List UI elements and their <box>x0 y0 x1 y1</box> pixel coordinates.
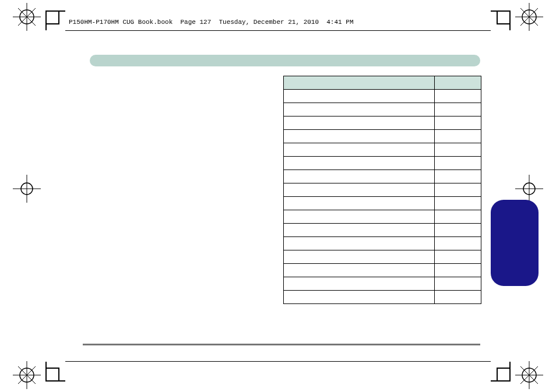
svg-point-20 <box>21 183 33 195</box>
crop-rule <box>65 30 491 31</box>
table-row <box>284 130 481 143</box>
table-cell <box>434 157 481 170</box>
svg-line-4 <box>18 8 36 26</box>
table-cell <box>284 264 435 277</box>
table-cell <box>284 250 435 264</box>
table-cell <box>434 143 481 157</box>
table-header-cell <box>434 76 481 90</box>
table-row <box>284 157 481 170</box>
table-cell <box>434 183 481 197</box>
specification-table <box>283 76 481 304</box>
table-cell <box>434 130 481 143</box>
table-cell <box>434 237 481 250</box>
table-cell <box>284 90 435 103</box>
svg-point-23 <box>523 183 535 195</box>
svg-line-18 <box>520 366 538 384</box>
table-row <box>284 237 481 250</box>
table-cell <box>434 103 481 116</box>
table-row <box>284 277 481 291</box>
table-cell <box>434 116 481 130</box>
table-cell <box>284 277 435 291</box>
table-cell <box>434 291 481 304</box>
registration-mark-icon <box>515 361 543 389</box>
table-row <box>284 264 481 277</box>
svg-line-14 <box>18 366 36 384</box>
table-cell <box>434 264 481 277</box>
table-row <box>284 210 481 224</box>
table-cell <box>434 90 481 103</box>
svg-point-10 <box>20 368 34 382</box>
table-cell <box>434 170 481 183</box>
registration-mark-icon <box>13 3 41 31</box>
registration-mark-icon <box>13 175 41 203</box>
svg-point-0 <box>20 10 34 24</box>
table-cell <box>434 197 481 210</box>
crop-corner-icon <box>45 362 65 382</box>
table-cell <box>434 210 481 224</box>
svg-line-13 <box>18 366 36 384</box>
chapter-tab <box>491 200 539 286</box>
table-cell <box>284 291 435 304</box>
table-cell <box>284 197 435 210</box>
table-row <box>284 143 481 157</box>
table-row <box>284 103 481 116</box>
table-cell <box>434 250 481 264</box>
svg-line-8 <box>520 8 538 26</box>
crop-rule <box>65 361 491 362</box>
table-cell <box>284 143 435 157</box>
svg-line-19 <box>520 366 538 384</box>
svg-point-15 <box>522 368 536 382</box>
svg-line-9 <box>520 8 538 26</box>
table-cell <box>284 116 435 130</box>
table-cell <box>284 157 435 170</box>
table-row <box>284 90 481 103</box>
svg-point-5 <box>522 10 536 24</box>
table-cell <box>284 170 435 183</box>
table-header-row <box>284 76 481 90</box>
table-row <box>284 224 481 237</box>
crop-corner-icon <box>45 10 65 30</box>
page-header-text: P150HM-P170HM CUG Book.book Page 127 Tue… <box>69 19 353 26</box>
svg-line-3 <box>18 8 36 26</box>
table-cell <box>284 237 435 250</box>
table-row <box>284 250 481 264</box>
table-row <box>284 197 481 210</box>
table-cell <box>284 210 435 224</box>
registration-mark-icon <box>515 3 543 31</box>
registration-mark-icon <box>13 361 41 389</box>
table-row <box>284 183 481 197</box>
table-cell <box>284 183 435 197</box>
table-cell <box>284 224 435 237</box>
table-row <box>284 291 481 304</box>
registration-mark-icon <box>515 175 543 203</box>
table-row <box>284 170 481 183</box>
table-cell <box>434 224 481 237</box>
table-cell <box>284 130 435 143</box>
table-row <box>284 116 481 130</box>
table-cell <box>434 277 481 291</box>
crop-corner-icon <box>491 10 511 30</box>
section-heading-bar <box>90 55 480 66</box>
table-cell <box>284 103 435 116</box>
table-header-cell <box>284 76 435 90</box>
crop-corner-icon <box>491 362 511 382</box>
footer-rule <box>83 344 480 345</box>
